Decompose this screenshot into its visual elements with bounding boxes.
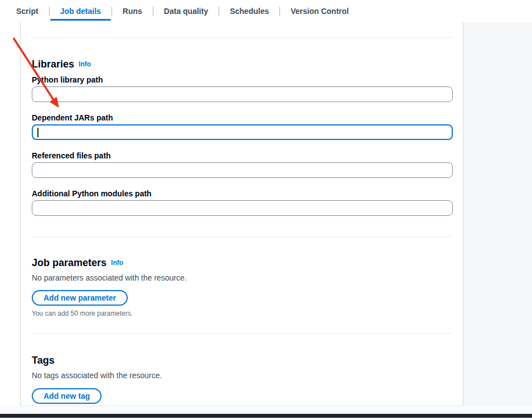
add-new-parameter-button[interactable]: Add new parameter — [32, 290, 128, 306]
libraries-heading-text: Libraries — [32, 59, 74, 70]
main-area: LibrariesInfo Python library pathDepende… — [0, 22, 532, 406]
tags-heading: Tags — [32, 354, 452, 367]
field-dependent-jars-path: Dependent JARs path — [32, 112, 452, 140]
tab-label: Script — [16, 7, 38, 16]
tags-heading-text: Tags — [32, 355, 55, 366]
job-parameters-heading: Job parametersInfo — [32, 256, 452, 269]
tab-script[interactable]: Script — [6, 0, 49, 22]
add-new-tag-button[interactable]: Add new tag — [32, 388, 101, 404]
tab-data-quality[interactable]: Data quality — [153, 0, 219, 22]
libraries-info-link[interactable]: Info — [79, 60, 91, 68]
tab-label: Schedules — [230, 7, 269, 16]
job-parameters-empty-text: No parameters associated with the resour… — [32, 272, 452, 283]
tab-label: Job details — [60, 7, 101, 16]
field-label: Referenced files path — [32, 150, 452, 161]
section-divider — [32, 236, 452, 237]
field-python-library-path: Python library path — [32, 74, 452, 102]
field-label: Dependent JARs path — [32, 112, 452, 123]
section-divider — [32, 333, 452, 334]
tab-job-details[interactable]: Job details — [50, 0, 112, 22]
tags-empty-text: No tags associated with the resource. — [32, 370, 452, 381]
libraries-heading: LibrariesInfo — [32, 57, 452, 71]
field-additional-python-modules-path: Additional Python modules path — [32, 188, 452, 216]
job-parameters-section: Job parametersInfo No parameters associa… — [32, 256, 452, 317]
libraries-section: LibrariesInfo Python library pathDepende… — [32, 57, 452, 216]
python-library-path-input[interactable] — [32, 86, 453, 102]
tab-label: Data quality — [164, 7, 208, 16]
referenced-files-path-input[interactable] — [32, 162, 453, 178]
field-referenced-files-path: Referenced files path — [32, 150, 452, 178]
job-parameters-constraint-text: You can add 50 more parameters. — [32, 310, 452, 317]
tab-runs[interactable]: Runs — [112, 0, 153, 22]
window-bottom-edge — [0, 414, 532, 418]
additional-python-modules-path-input[interactable] — [32, 200, 453, 216]
tab-bar: ScriptJob detailsRunsData qualitySchedul… — [0, 0, 532, 22]
content-panel: LibrariesInfo Python library pathDepende… — [20, 22, 463, 406]
page: ScriptJob detailsRunsData qualitySchedul… — [0, 0, 532, 420]
job-parameters-heading-text: Job parameters — [32, 257, 107, 268]
tab-label: Version Control — [291, 7, 349, 16]
tab-schedules[interactable]: Schedules — [219, 0, 279, 22]
right-gutter — [463, 22, 532, 406]
tab-version-control[interactable]: Version Control — [280, 0, 359, 22]
job-parameters-info-link[interactable]: Info — [111, 259, 123, 267]
tab-label: Runs — [123, 7, 142, 16]
dependent-jars-path-input[interactable] — [32, 124, 453, 140]
field-label: Python library path — [32, 74, 452, 85]
bottom-strip — [0, 406, 532, 420]
section-divider — [32, 37, 452, 38]
library-fields: Python library pathDependent JARs pathRe… — [32, 74, 452, 216]
field-label: Additional Python modules path — [32, 188, 452, 199]
tags-section: Tags No tags associated with the resourc… — [32, 354, 452, 404]
text-cursor — [37, 128, 38, 137]
